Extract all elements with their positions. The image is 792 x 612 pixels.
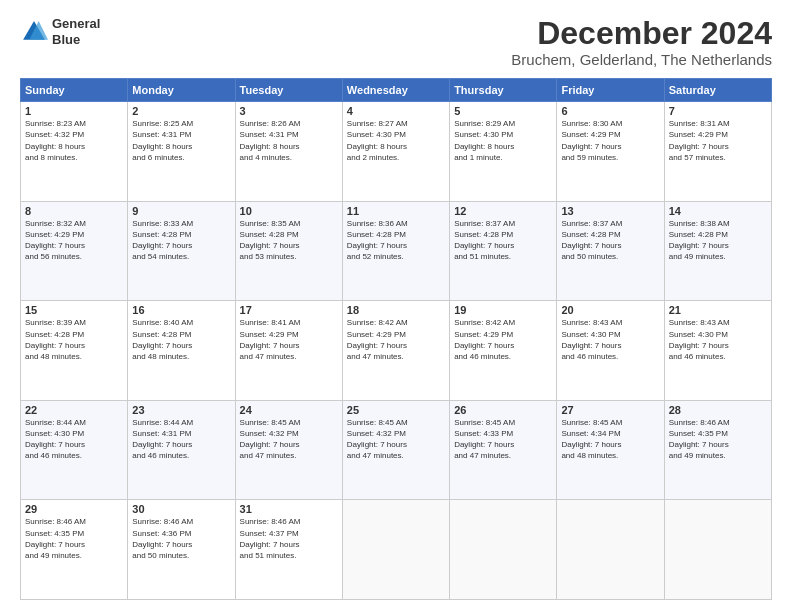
calendar-day-cell: 5Sunrise: 8:29 AM Sunset: 4:30 PM Daylig… bbox=[450, 102, 557, 202]
day-number: 9 bbox=[132, 205, 230, 217]
day-info: Sunrise: 8:43 AM Sunset: 4:30 PM Dayligh… bbox=[669, 317, 767, 362]
day-info: Sunrise: 8:44 AM Sunset: 4:31 PM Dayligh… bbox=[132, 417, 230, 462]
day-info: Sunrise: 8:27 AM Sunset: 4:30 PM Dayligh… bbox=[347, 118, 445, 163]
calendar-table: SundayMondayTuesdayWednesdayThursdayFrid… bbox=[20, 78, 772, 600]
title-block: December 2024 Bruchem, Gelderland, The N… bbox=[511, 16, 772, 68]
calendar-day-cell bbox=[342, 500, 449, 600]
weekday-header-cell: Friday bbox=[557, 79, 664, 102]
day-number: 4 bbox=[347, 105, 445, 117]
calendar-day-cell: 18Sunrise: 8:42 AM Sunset: 4:29 PM Dayli… bbox=[342, 301, 449, 401]
calendar-day-cell: 29Sunrise: 8:46 AM Sunset: 4:35 PM Dayli… bbox=[21, 500, 128, 600]
day-info: Sunrise: 8:44 AM Sunset: 4:30 PM Dayligh… bbox=[25, 417, 123, 462]
day-info: Sunrise: 8:42 AM Sunset: 4:29 PM Dayligh… bbox=[347, 317, 445, 362]
day-number: 3 bbox=[240, 105, 338, 117]
day-number: 25 bbox=[347, 404, 445, 416]
calendar-day-cell: 22Sunrise: 8:44 AM Sunset: 4:30 PM Dayli… bbox=[21, 400, 128, 500]
calendar-body: 1Sunrise: 8:23 AM Sunset: 4:32 PM Daylig… bbox=[21, 102, 772, 600]
calendar-day-cell: 24Sunrise: 8:45 AM Sunset: 4:32 PM Dayli… bbox=[235, 400, 342, 500]
weekday-header-cell: Thursday bbox=[450, 79, 557, 102]
calendar-day-cell: 25Sunrise: 8:45 AM Sunset: 4:32 PM Dayli… bbox=[342, 400, 449, 500]
day-info: Sunrise: 8:31 AM Sunset: 4:29 PM Dayligh… bbox=[669, 118, 767, 163]
day-number: 18 bbox=[347, 304, 445, 316]
calendar-day-cell: 30Sunrise: 8:46 AM Sunset: 4:36 PM Dayli… bbox=[128, 500, 235, 600]
day-info: Sunrise: 8:39 AM Sunset: 4:28 PM Dayligh… bbox=[25, 317, 123, 362]
calendar-day-cell bbox=[557, 500, 664, 600]
day-info: Sunrise: 8:26 AM Sunset: 4:31 PM Dayligh… bbox=[240, 118, 338, 163]
calendar-day-cell: 31Sunrise: 8:46 AM Sunset: 4:37 PM Dayli… bbox=[235, 500, 342, 600]
calendar-day-cell: 26Sunrise: 8:45 AM Sunset: 4:33 PM Dayli… bbox=[450, 400, 557, 500]
calendar-day-cell: 27Sunrise: 8:45 AM Sunset: 4:34 PM Dayli… bbox=[557, 400, 664, 500]
day-info: Sunrise: 8:30 AM Sunset: 4:29 PM Dayligh… bbox=[561, 118, 659, 163]
calendar-day-cell: 23Sunrise: 8:44 AM Sunset: 4:31 PM Dayli… bbox=[128, 400, 235, 500]
day-info: Sunrise: 8:25 AM Sunset: 4:31 PM Dayligh… bbox=[132, 118, 230, 163]
day-info: Sunrise: 8:45 AM Sunset: 4:32 PM Dayligh… bbox=[347, 417, 445, 462]
day-info: Sunrise: 8:33 AM Sunset: 4:28 PM Dayligh… bbox=[132, 218, 230, 263]
day-info: Sunrise: 8:45 AM Sunset: 4:33 PM Dayligh… bbox=[454, 417, 552, 462]
calendar-day-cell: 16Sunrise: 8:40 AM Sunset: 4:28 PM Dayli… bbox=[128, 301, 235, 401]
day-number: 31 bbox=[240, 503, 338, 515]
calendar-day-cell: 11Sunrise: 8:36 AM Sunset: 4:28 PM Dayli… bbox=[342, 201, 449, 301]
day-info: Sunrise: 8:46 AM Sunset: 4:35 PM Dayligh… bbox=[25, 516, 123, 561]
subtitle: Bruchem, Gelderland, The Netherlands bbox=[511, 51, 772, 68]
calendar-day-cell: 7Sunrise: 8:31 AM Sunset: 4:29 PM Daylig… bbox=[664, 102, 771, 202]
calendar-header-row: SundayMondayTuesdayWednesdayThursdayFrid… bbox=[21, 79, 772, 102]
day-number: 29 bbox=[25, 503, 123, 515]
day-info: Sunrise: 8:32 AM Sunset: 4:29 PM Dayligh… bbox=[25, 218, 123, 263]
day-info: Sunrise: 8:41 AM Sunset: 4:29 PM Dayligh… bbox=[240, 317, 338, 362]
day-info: Sunrise: 8:42 AM Sunset: 4:29 PM Dayligh… bbox=[454, 317, 552, 362]
day-info: Sunrise: 8:45 AM Sunset: 4:34 PM Dayligh… bbox=[561, 417, 659, 462]
calendar-day-cell: 10Sunrise: 8:35 AM Sunset: 4:28 PM Dayli… bbox=[235, 201, 342, 301]
logo: General Blue bbox=[20, 16, 100, 47]
calendar-day-cell: 3Sunrise: 8:26 AM Sunset: 4:31 PM Daylig… bbox=[235, 102, 342, 202]
day-number: 15 bbox=[25, 304, 123, 316]
day-info: Sunrise: 8:46 AM Sunset: 4:36 PM Dayligh… bbox=[132, 516, 230, 561]
day-number: 13 bbox=[561, 205, 659, 217]
calendar-day-cell: 2Sunrise: 8:25 AM Sunset: 4:31 PM Daylig… bbox=[128, 102, 235, 202]
calendar-day-cell: 9Sunrise: 8:33 AM Sunset: 4:28 PM Daylig… bbox=[128, 201, 235, 301]
day-number: 17 bbox=[240, 304, 338, 316]
day-info: Sunrise: 8:40 AM Sunset: 4:28 PM Dayligh… bbox=[132, 317, 230, 362]
day-number: 23 bbox=[132, 404, 230, 416]
calendar-week-row: 22Sunrise: 8:44 AM Sunset: 4:30 PM Dayli… bbox=[21, 400, 772, 500]
calendar-day-cell: 4Sunrise: 8:27 AM Sunset: 4:30 PM Daylig… bbox=[342, 102, 449, 202]
day-info: Sunrise: 8:43 AM Sunset: 4:30 PM Dayligh… bbox=[561, 317, 659, 362]
day-info: Sunrise: 8:46 AM Sunset: 4:37 PM Dayligh… bbox=[240, 516, 338, 561]
day-number: 5 bbox=[454, 105, 552, 117]
day-number: 1 bbox=[25, 105, 123, 117]
weekday-header-cell: Sunday bbox=[21, 79, 128, 102]
calendar-day-cell: 6Sunrise: 8:30 AM Sunset: 4:29 PM Daylig… bbox=[557, 102, 664, 202]
logo-icon bbox=[20, 18, 48, 46]
day-info: Sunrise: 8:35 AM Sunset: 4:28 PM Dayligh… bbox=[240, 218, 338, 263]
calendar-day-cell: 14Sunrise: 8:38 AM Sunset: 4:28 PM Dayli… bbox=[664, 201, 771, 301]
calendar-day-cell: 12Sunrise: 8:37 AM Sunset: 4:28 PM Dayli… bbox=[450, 201, 557, 301]
day-info: Sunrise: 8:29 AM Sunset: 4:30 PM Dayligh… bbox=[454, 118, 552, 163]
day-number: 26 bbox=[454, 404, 552, 416]
day-number: 8 bbox=[25, 205, 123, 217]
day-number: 7 bbox=[669, 105, 767, 117]
day-info: Sunrise: 8:36 AM Sunset: 4:28 PM Dayligh… bbox=[347, 218, 445, 263]
day-number: 20 bbox=[561, 304, 659, 316]
calendar-day-cell bbox=[450, 500, 557, 600]
calendar-day-cell: 15Sunrise: 8:39 AM Sunset: 4:28 PM Dayli… bbox=[21, 301, 128, 401]
day-number: 21 bbox=[669, 304, 767, 316]
day-number: 12 bbox=[454, 205, 552, 217]
day-number: 2 bbox=[132, 105, 230, 117]
day-info: Sunrise: 8:46 AM Sunset: 4:35 PM Dayligh… bbox=[669, 417, 767, 462]
logo-text: General Blue bbox=[52, 16, 100, 47]
page: General Blue December 2024 Bruchem, Geld… bbox=[0, 0, 792, 612]
calendar-day-cell: 21Sunrise: 8:43 AM Sunset: 4:30 PM Dayli… bbox=[664, 301, 771, 401]
day-info: Sunrise: 8:37 AM Sunset: 4:28 PM Dayligh… bbox=[454, 218, 552, 263]
calendar-week-row: 15Sunrise: 8:39 AM Sunset: 4:28 PM Dayli… bbox=[21, 301, 772, 401]
calendar-day-cell: 1Sunrise: 8:23 AM Sunset: 4:32 PM Daylig… bbox=[21, 102, 128, 202]
calendar-day-cell bbox=[664, 500, 771, 600]
weekday-header-cell: Tuesday bbox=[235, 79, 342, 102]
calendar-week-row: 29Sunrise: 8:46 AM Sunset: 4:35 PM Dayli… bbox=[21, 500, 772, 600]
day-number: 28 bbox=[669, 404, 767, 416]
calendar-day-cell: 8Sunrise: 8:32 AM Sunset: 4:29 PM Daylig… bbox=[21, 201, 128, 301]
day-number: 30 bbox=[132, 503, 230, 515]
calendar-day-cell: 20Sunrise: 8:43 AM Sunset: 4:30 PM Dayli… bbox=[557, 301, 664, 401]
day-info: Sunrise: 8:38 AM Sunset: 4:28 PM Dayligh… bbox=[669, 218, 767, 263]
day-info: Sunrise: 8:37 AM Sunset: 4:28 PM Dayligh… bbox=[561, 218, 659, 263]
calendar-day-cell: 28Sunrise: 8:46 AM Sunset: 4:35 PM Dayli… bbox=[664, 400, 771, 500]
weekday-header-cell: Monday bbox=[128, 79, 235, 102]
